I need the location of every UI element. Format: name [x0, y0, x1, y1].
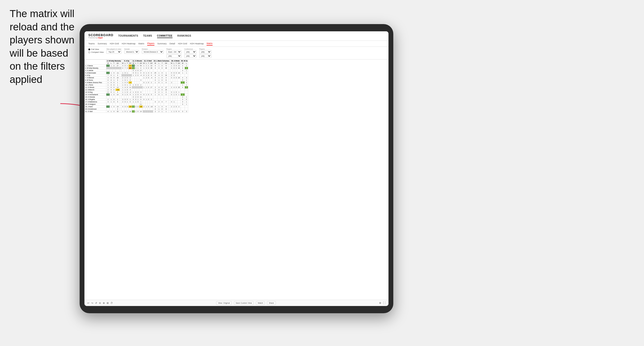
- empty-header: [85, 60, 106, 65]
- col-header-player-2: 6. A Dy: [121, 60, 132, 62]
- clock-icon[interactable]: ⏱: [110, 302, 113, 304]
- sh-d3: Dif: [139, 62, 142, 65]
- logo-title: SCOREBOARD: [88, 33, 114, 37]
- compact-view-option[interactable]: Compact View: [88, 51, 104, 53]
- sub-nav-h2h-grid[interactable]: H2H Grid: [110, 42, 119, 45]
- sh-l4: L: [145, 62, 148, 65]
- table-row: 10. L Perini 1001 1010 1002 11: [85, 84, 188, 86]
- conference-select-2[interactable]: (All): [184, 54, 196, 58]
- table-row: 16. X Mcgaha 2101 3001 0010 0103 00: [85, 98, 188, 101]
- zoom-reset-icon[interactable]: ⊞: [107, 302, 108, 304]
- player-name: 1. J Garcia: [85, 65, 106, 67]
- sh-w6: W: [170, 62, 173, 65]
- player-name: 5. A Nomrowski: [85, 72, 106, 74]
- nav-teams[interactable]: TEAMS: [143, 34, 152, 38]
- division-filter: Division NCAA Division II: [142, 48, 164, 54]
- player-name: 12. A Bianchi: [85, 89, 106, 91]
- toolbar-right: ⚙ ⛶: [379, 302, 386, 304]
- sub-nav-players[interactable]: Players: [147, 42, 154, 45]
- refresh-icon[interactable]: ↺: [95, 302, 97, 304]
- table-row: 6. A Dy 7010 120-4 0104 04024 23: [85, 74, 188, 77]
- player-name: 19. J Kanh: [85, 106, 106, 108]
- undo-icon[interactable]: ↩: [87, 302, 89, 304]
- view-original-button[interactable]: View: Original: [216, 301, 232, 305]
- region-select[interactable]: East - DII: [166, 50, 182, 54]
- sh-w4: W: [142, 62, 145, 65]
- table-row: 13. N Klug 0010 110-2 1003 0210 0101: [85, 91, 188, 93]
- instruction-text: The matrix will reload and the players s…: [10, 7, 80, 86]
- table-row: 17. D Ballesteros 3105 2010 1101 0207 01…: [85, 101, 188, 103]
- tablet-frame: SCOREBOARD Powered by clippd TOURNAMENTS…: [80, 24, 393, 313]
- nav-rankings[interactable]: RANKINGS: [177, 34, 191, 38]
- logo: SCOREBOARD Powered by clippd: [88, 33, 114, 38]
- sub-nav-detail[interactable]: Detail: [170, 42, 175, 45]
- player-name: 11. G Woods: [85, 86, 106, 89]
- gender-filter: Gender Women's: [124, 48, 139, 54]
- table-row: 18. H Hodgson 11 01: [85, 103, 188, 106]
- sub-nav: Teams Summary H2H Grid H2H Heatmap Matri…: [84, 41, 388, 47]
- full-view-option[interactable]: Full View: [88, 48, 104, 50]
- player-name: 20. E Andersson: [85, 108, 106, 110]
- top-nav: SCOREBOARD Powered by clippd TOURNAMENTS…: [84, 31, 388, 41]
- gender-select[interactable]: Women's: [124, 50, 139, 54]
- players-select[interactable]: (All): [199, 50, 211, 54]
- sub-nav-summary2[interactable]: Summary: [157, 42, 167, 45]
- sub-nav-summary[interactable]: Summary: [98, 42, 107, 45]
- max-players-select[interactable]: Top 25: [106, 50, 121, 54]
- share-label: Share: [269, 302, 274, 304]
- region-select-2[interactable]: (All): [166, 54, 182, 58]
- player-name: 15. H Stranda: [85, 96, 106, 98]
- watch-button[interactable]: Watch: [256, 301, 265, 305]
- max-players-filter: Max players in view Top 25: [106, 48, 121, 54]
- sh-l6: L: [173, 62, 175, 65]
- compact-view-radio[interactable]: [88, 51, 90, 53]
- nav-tournaments[interactable]: TOURNAMENTS: [118, 34, 138, 38]
- table-row: 21. O Stoll 41033 10114 11010 2211 1109 …: [85, 110, 188, 113]
- player-name: 10. L Perini: [85, 84, 106, 86]
- sh-w1: W: [106, 62, 110, 65]
- sh-w7: W: [180, 62, 184, 65]
- sh-d5: Dif: [164, 62, 168, 65]
- sub-nav-h2h-heatmap[interactable]: H2H Heatmap: [122, 42, 136, 45]
- table-row: 11. G Woods 10014 14011 11017 24017 2402…: [85, 86, 188, 89]
- table-row: 5. A Nomrowski 310-11 101 0010 0140 2510…: [85, 72, 188, 74]
- nav-committee[interactable]: COMMITTEE: [157, 34, 173, 38]
- player-name: 13. N Klug: [85, 91, 106, 93]
- sub-nav-matrix[interactable]: Matrix: [138, 42, 144, 45]
- player-name: 21. O Stoll: [85, 110, 106, 113]
- share-button[interactable]: Share: [267, 301, 276, 305]
- sh-d2: Dif: [128, 62, 132, 65]
- zoom-out-icon[interactable]: ⊖: [99, 302, 101, 304]
- full-view-radio[interactable]: [88, 48, 90, 50]
- gender-label: Gender: [124, 48, 139, 50]
- max-players-label: Max players in view: [106, 48, 121, 50]
- player-name: 9. A Maria Jimenez Rios: [85, 81, 106, 84]
- settings-icon[interactable]: ⚙: [379, 302, 381, 304]
- matrix-area[interactable]: 2. M Kelly Mulcahy 6. A Dy 11. G Woods 2…: [84, 59, 388, 300]
- sub-nav-h2h-heatmap2[interactable]: H2H Heatmap: [190, 42, 204, 45]
- redo-icon[interactable]: ↪: [91, 302, 93, 304]
- players-select-2[interactable]: (All): [199, 54, 211, 58]
- sh-t1: T: [113, 62, 116, 65]
- zoom-in-icon[interactable]: ⊕: [103, 302, 105, 304]
- expand-icon[interactable]: ⛶: [383, 302, 386, 304]
- sh-w5: W: [153, 62, 158, 65]
- table-row: 2. M Kelly Mulcahy 07040 1010 10035 0404…: [85, 67, 188, 69]
- sh-t2: T: [126, 62, 128, 65]
- save-custom-label: Save Custom View: [236, 302, 252, 304]
- sub-nav-h2h-grid2[interactable]: H2H Grid: [178, 42, 187, 45]
- col-header-player-7: 60. W Za: [180, 60, 188, 62]
- save-custom-button[interactable]: Save Custom View: [234, 301, 254, 305]
- player-name: 3. S Jelinek: [85, 69, 106, 72]
- division-select[interactable]: NCAA Division II: [142, 50, 164, 54]
- sub-nav-teams[interactable]: Teams: [88, 42, 95, 45]
- player-name: 14. S Srichantamit: [85, 93, 106, 96]
- sh-x5: [168, 62, 170, 65]
- sh-t3: T: [137, 62, 139, 65]
- table-row: 9. A Maria Jimenez Rios 1001 100-7 0102 …: [85, 81, 188, 84]
- watch-label: Watch: [258, 302, 263, 304]
- conference-select[interactable]: (All): [184, 50, 196, 54]
- sub-nav-matrix-active[interactable]: Matrix: [206, 42, 212, 45]
- bottom-toolbar: ↩ ↪ ↺ ⊖ ⊕ ⊞ ⏱ View: Original Save Custom…: [84, 300, 388, 306]
- compact-view-label: Compact View: [91, 51, 104, 53]
